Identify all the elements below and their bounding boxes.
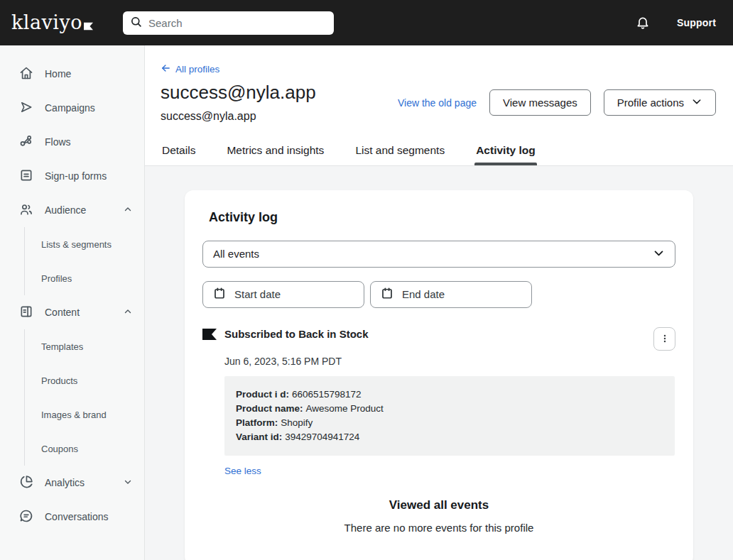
view-old-page-link[interactable]: View the old page xyxy=(398,97,477,109)
sidebar-item-label: Audience xyxy=(45,204,86,216)
profile-header: All profiles success@nyla.app success@ny… xyxy=(145,45,733,166)
users-icon xyxy=(19,202,33,219)
detail-label: Product name: xyxy=(236,403,303,414)
view-messages-button[interactable]: View messages xyxy=(489,89,591,116)
send-icon xyxy=(19,100,33,116)
activity-log-card: Activity log All events Start date xyxy=(185,190,693,560)
sidebar-item-conversations[interactable]: Conversations xyxy=(0,500,144,534)
sidebar-subitem-label: Lists & segments xyxy=(41,239,112,250)
start-date-input[interactable]: Start date xyxy=(202,281,364,308)
notifications-bell-icon[interactable] xyxy=(636,15,650,31)
end-of-events-message: Viewed all events There are no more even… xyxy=(202,498,675,534)
profile-actions-button[interactable]: Profile actions xyxy=(604,89,716,116)
card-heading: Activity log xyxy=(209,210,675,225)
tab-details[interactable]: Details xyxy=(161,137,197,165)
tab-metrics-insights[interactable]: Metrics and insights xyxy=(225,137,325,165)
sidebar-item-products[interactable]: Products xyxy=(25,363,144,397)
search-icon xyxy=(130,16,142,31)
detail-label: Product i d: xyxy=(236,389,289,400)
sidebar-subitem-label: Coupons xyxy=(41,444,78,454)
sidebar-subitem-label: Products xyxy=(41,375,77,386)
detail-value: 6606515798172 xyxy=(292,389,362,400)
event-entry: Subscribed to Back in Stock Jun 6, 2023,… xyxy=(202,327,675,477)
sidebar-item-label: Campaigns xyxy=(45,102,95,114)
global-search[interactable] xyxy=(123,11,334,35)
sidebar-item-label: Sign-up forms xyxy=(45,170,107,182)
form-icon xyxy=(19,168,33,185)
sidebar-item-label: Flows xyxy=(45,136,71,148)
content-icon xyxy=(19,304,33,321)
profile-tabs: Details Metrics and insights List and se… xyxy=(161,137,716,165)
event-timestamp: Jun 6, 2023, 5:16 PM PDT xyxy=(224,356,675,367)
event-filter-select[interactable]: All events xyxy=(202,241,675,268)
sidebar-item-campaigns[interactable]: Campaigns xyxy=(0,91,144,125)
sidebar-item-audience[interactable]: Audience xyxy=(0,193,144,227)
detail-value: Awesome Product xyxy=(306,403,384,414)
support-link[interactable]: Support xyxy=(677,17,716,28)
page-title: success@nyla.app xyxy=(161,82,316,104)
event-detail-box: Product i d:6606515798172 Product name:A… xyxy=(224,376,675,456)
profile-actions-label: Profile actions xyxy=(617,97,684,109)
detail-label: Platform: xyxy=(236,417,278,428)
chevron-up-icon xyxy=(123,204,133,216)
detail-value: Shopify xyxy=(281,417,313,428)
calendar-icon xyxy=(381,287,393,302)
home-icon xyxy=(19,66,33,82)
top-bar: klaviyo Support xyxy=(0,0,733,45)
event-options-kebab-button[interactable] xyxy=(653,327,675,351)
main-content: All profiles success@nyla.app success@ny… xyxy=(145,45,733,560)
sidebar-item-label: Content xyxy=(45,307,80,318)
event-detail-line: Platform:Shopify xyxy=(236,416,663,430)
back-to-all-profiles-link[interactable]: All profiles xyxy=(161,63,219,75)
klaviyo-flag-icon xyxy=(84,13,93,35)
audience-sub-list: Lists & segments Profiles xyxy=(24,227,144,295)
chevron-up-icon xyxy=(123,307,133,319)
sidebar-item-analytics[interactable]: Analytics xyxy=(0,466,144,500)
end-date-input[interactable]: End date xyxy=(370,281,532,308)
sidebar-subitem-label: Images & brand xyxy=(41,410,107,420)
detail-value: 39429704941724 xyxy=(285,432,359,442)
calendar-icon xyxy=(213,287,226,302)
sidebar-subitem-label: Templates xyxy=(41,341,83,352)
event-detail-line: Product i d:6606515798172 xyxy=(236,388,663,402)
sidebar-item-signup-forms[interactable]: Sign-up forms xyxy=(0,159,144,193)
sidebar-item-coupons[interactable]: Coupons xyxy=(25,432,144,466)
sidebar-item-profiles[interactable]: Profiles xyxy=(25,261,144,295)
chevron-down-icon xyxy=(123,477,133,489)
logo-text: klaviyo xyxy=(11,11,82,33)
klaviyo-logo[interactable]: klaviyo xyxy=(11,11,93,35)
detail-label: Variant id: xyxy=(236,432,282,442)
chevron-down-icon xyxy=(653,247,665,261)
chat-icon xyxy=(19,509,33,525)
flows-icon xyxy=(19,134,33,150)
sidebar-item-label: Analytics xyxy=(45,477,85,488)
klaviyo-event-flag-icon xyxy=(202,329,217,343)
see-less-link[interactable]: See less xyxy=(224,466,261,476)
search-input[interactable] xyxy=(148,17,327,29)
profile-email: success@nyla.app xyxy=(161,110,316,123)
sidebar-item-home[interactable]: Home xyxy=(0,57,144,91)
sidebar-item-images-brand[interactable]: Images & brand xyxy=(25,397,144,432)
end-message-title: Viewed all events xyxy=(202,498,675,512)
event-filter-value: All events xyxy=(213,248,259,260)
sidebar-item-label: Conversations xyxy=(45,511,109,522)
content-sub-list: Templates Products Images & brand Coupon… xyxy=(24,329,144,466)
end-message-subtitle: There are no more events for this profil… xyxy=(202,522,675,534)
view-messages-label: View messages xyxy=(503,97,577,109)
sidebar-item-templates[interactable]: Templates xyxy=(25,329,144,363)
sidebar-item-flows[interactable]: Flows xyxy=(0,125,144,159)
content-area: Activity log All events Start date xyxy=(145,166,733,560)
tab-activity-log[interactable]: Activity log xyxy=(474,137,537,165)
start-date-placeholder: Start date xyxy=(234,288,281,300)
tab-list-segments[interactable]: List and segments xyxy=(354,137,446,165)
sidebar-subitem-label: Profiles xyxy=(41,273,72,284)
sidebar-item-lists-segments[interactable]: Lists & segments xyxy=(25,227,144,261)
event-detail-line: Variant id:39429704941724 xyxy=(236,430,663,444)
event-title: Subscribed to Back in Stock xyxy=(224,327,369,340)
sidebar-item-label: Home xyxy=(45,68,71,79)
event-detail-line: Product name:Awesome Product xyxy=(236,402,663,416)
sidebar-item-content[interactable]: Content xyxy=(0,295,144,329)
pie-chart-icon xyxy=(19,475,33,491)
sidebar-nav: Home Campaigns Flows Sign-up forms xyxy=(0,45,145,560)
back-link-label: All profiles xyxy=(175,64,219,75)
